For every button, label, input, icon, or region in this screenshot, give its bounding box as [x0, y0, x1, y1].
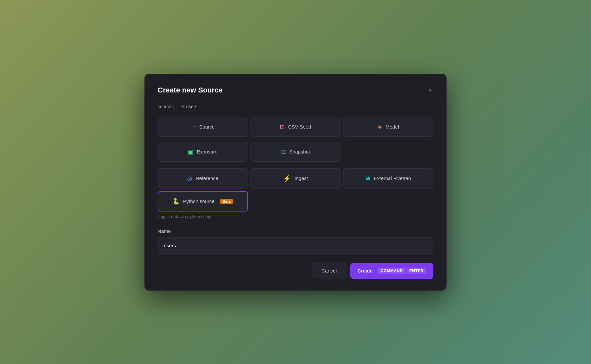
beta-badge: Beta — [220, 199, 233, 204]
modal-overlay: Create new Source × sources / ⊣ users ⊣ … — [0, 0, 591, 364]
modal-footer: Cancel Create COMMAND ENTER — [158, 263, 433, 279]
snapshot-icon: ⊡ — [281, 148, 286, 155]
type-button-source[interactable]: ⊣ Source — [158, 117, 248, 137]
fivetran-icon: ≋ — [365, 175, 370, 182]
breadcrumb-current-label: users — [186, 104, 197, 109]
empty-cell — [343, 142, 433, 162]
create-label: Create — [358, 268, 373, 273]
type-button-exposure[interactable]: ▣ Exposure — [158, 142, 248, 162]
name-label: Name — [158, 228, 433, 234]
name-section: Name — [158, 228, 433, 254]
snapshot-label: Snapshot — [289, 149, 310, 154]
enter-key: ENTER — [407, 268, 426, 274]
type-button-fivetran[interactable]: ≋ External Fivetran — [343, 168, 433, 189]
type-grid-row3: ◎ Reference ⚡ Ingest ≋ External Fivetran — [158, 168, 433, 189]
type-grid-row1: ⊣ Source ⊞ CSV Seed ◈ Model — [158, 117, 433, 137]
type-button-reference[interactable]: ◎ Reference — [158, 168, 248, 189]
breadcrumb-parent: sources — [158, 104, 174, 109]
type-button-ingest[interactable]: ⚡ Ingest — [251, 168, 341, 189]
ingest-icon: ⚡ — [283, 174, 291, 182]
type-button-python-source[interactable]: 🐍 Python source Beta — [158, 191, 248, 212]
breadcrumb-separator: / — [176, 104, 178, 109]
command-key: COMMAND — [378, 268, 405, 274]
type-grid-row2: ▣ Exposure ⊡ Snapshot — [158, 142, 433, 162]
reference-label: Reference — [196, 175, 218, 181]
breadcrumb-current: ⊣ users — [180, 104, 197, 109]
breadcrumb-icon: ⊣ — [180, 104, 184, 109]
python-source-label: Python source — [183, 198, 214, 204]
csv-label: CSV Seed — [288, 124, 311, 130]
exposure-icon: ▣ — [188, 148, 193, 155]
close-button[interactable]: × — [427, 86, 433, 95]
type-button-csv-seed[interactable]: ⊞ CSV Seed — [251, 117, 341, 137]
model-icon: ◈ — [378, 123, 382, 131]
ingest-label: Ingest — [295, 175, 308, 181]
reference-icon: ◎ — [187, 175, 192, 182]
type-button-snapshot[interactable]: ⊡ Snapshot — [251, 142, 341, 162]
python-source-wrap: 🐍 Python source Beta Ingest data via pyt… — [158, 191, 248, 219]
source-icon: ⊣ — [191, 123, 196, 131]
modal-title: Create new Source — [158, 86, 223, 94]
breadcrumb: sources / ⊣ users — [158, 104, 433, 109]
cancel-button[interactable]: Cancel — [312, 263, 346, 278]
csv-icon: ⊞ — [280, 123, 285, 131]
create-source-modal: Create new Source × sources / ⊣ users ⊣ … — [144, 74, 447, 291]
name-input[interactable] — [158, 237, 433, 254]
exposure-label: Exposure — [197, 149, 217, 154]
python-icon: 🐍 — [172, 198, 180, 205]
modal-header: Create new Source × — [158, 86, 433, 95]
create-button[interactable]: Create COMMAND ENTER — [350, 263, 433, 279]
type-grid-row4: 🐍 Python source Beta Ingest data via pyt… — [158, 191, 433, 219]
model-label: Model — [385, 124, 399, 130]
type-button-model[interactable]: ◈ Model — [343, 117, 433, 137]
source-label: Source — [199, 124, 215, 130]
fivetran-label: External Fivetran — [374, 175, 411, 181]
python-description: Ingest data via python script — [158, 214, 248, 219]
